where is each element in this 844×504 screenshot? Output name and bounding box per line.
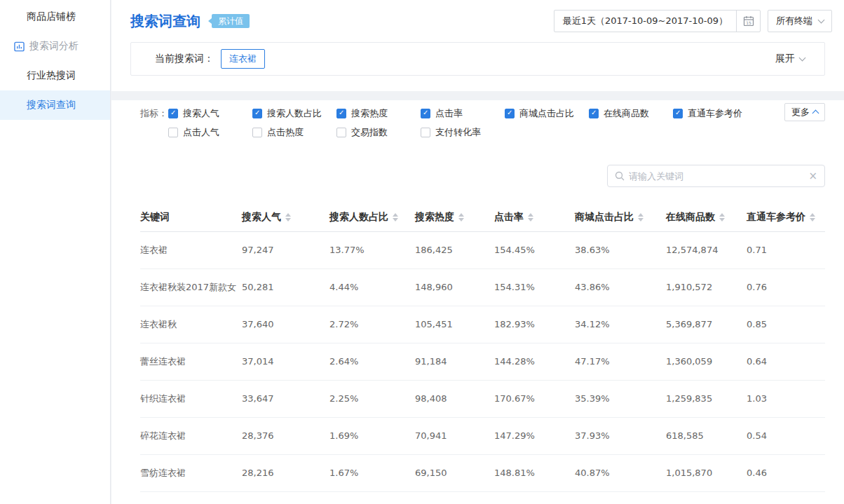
checkbox-unchecked-icon (168, 128, 178, 137)
metric-checkbox-click-heat[interactable]: 点击热度 (252, 126, 336, 139)
sidebar-item-search-word-query[interactable]: 搜索词查询 (0, 90, 110, 120)
date-range-text: 最近1天（2017-10-09~2017-10-09） (554, 11, 736, 32)
current-keyword-chip[interactable]: 连衣裙 (221, 49, 265, 69)
search-row: × (140, 165, 825, 187)
col-header-search-user-ratio[interactable]: 搜索人数占比 (329, 203, 415, 231)
keyword-link[interactable]: 雪纺连衣裙 (140, 454, 242, 491)
sort-icon[interactable] (458, 213, 464, 222)
metric-checkbox-search-heat[interactable]: 搜索热度 (336, 107, 421, 120)
main-content: 指标： 搜索人气 搜索人数占比 搜索热度 点击率 商城点击占比 在线商品数 直通… (111, 100, 844, 504)
sort-icon[interactable] (638, 213, 644, 222)
cell-ztc-reference-price: 0.46 (747, 454, 825, 491)
cell-click-rate: 154.31% (494, 268, 575, 306)
keyword-cell: 连衣裙 (140, 231, 242, 268)
sidebar-item-search-word-analysis[interactable]: 搜索词分析 (0, 32, 110, 61)
metric-checkbox-online-products[interactable]: 在线商品数 (589, 107, 673, 120)
sort-icon[interactable] (810, 213, 815, 222)
metric-checkbox-search-popularity[interactable]: 搜索人气 (168, 107, 252, 120)
cell-search-heat: 91,184 (415, 343, 494, 380)
metric-label: 搜索人数占比 (267, 107, 322, 120)
metric-checkbox-click-rate[interactable]: 点击率 (421, 107, 505, 120)
date-range-picker[interactable]: 最近1天（2017-10-09~2017-10-09） 15 (554, 10, 761, 32)
col-header-click-rate[interactable]: 点击率 (494, 203, 575, 231)
cell-click-rate: 170.67% (494, 380, 575, 417)
sidebar-item-product-shop-ranking[interactable]: 商品店铺榜 (0, 2, 110, 32)
chevron-down-icon (799, 55, 806, 62)
metrics-section: 指标： 搜索人气 搜索人数占比 搜索热度 点击率 商城点击占比 在线商品数 直通… (140, 104, 825, 142)
col-header-keyword: 关键词 (140, 203, 242, 231)
col-header-online-products[interactable]: 在线商品数 (666, 203, 747, 231)
keyword-link[interactable]: 连衣裙秋装2017新款女 (140, 268, 242, 306)
expand-toggle[interactable]: 展开 (775, 53, 805, 65)
checkbox-unchecked-icon (421, 128, 430, 137)
cell-online-products: 5,369,877 (666, 306, 747, 343)
col-header-ztc-reference-price[interactable]: 直通车参考价 (747, 203, 825, 231)
sort-icon[interactable] (528, 213, 533, 222)
metrics-label: 指标： (140, 107, 168, 120)
cell-online-products: 1,259,835 (666, 380, 747, 417)
keyword-link[interactable]: 碎花连衣裙 (140, 417, 242, 454)
cell-mall-click-ratio: 40.87% (575, 454, 666, 491)
metric-label: 点击热度 (267, 126, 304, 139)
terminal-select[interactable]: 所有终端 (768, 10, 832, 32)
metric-checkbox-pay-conversion[interactable]: 支付转化率 (421, 126, 505, 139)
current-search-label: 当前搜索词： (155, 53, 214, 65)
cell-search-popularity: 33,647 (242, 380, 329, 417)
cell-search-user-ratio: 2.72% (329, 306, 415, 343)
cell-search-heat: 105,451 (415, 306, 494, 343)
sidebar-item-label: 行业热搜词 (27, 69, 76, 82)
more-button[interactable]: 更多 (784, 103, 825, 121)
page-title: 搜索词查询 (130, 12, 200, 31)
metric-label: 交易指数 (351, 126, 388, 139)
metric-checkbox-search-user-ratio[interactable]: 搜索人数占比 (252, 107, 336, 120)
sort-icon[interactable] (393, 213, 398, 222)
cell-search-user-ratio: 2.64% (329, 343, 415, 380)
keyword-link[interactable]: 针织连衣裙 (140, 380, 242, 417)
search-input[interactable] (608, 165, 824, 186)
metric-checkbox-mall-click-ratio[interactable]: 商城点击占比 (505, 107, 589, 120)
cell-search-user-ratio: 2.25% (329, 380, 415, 417)
clear-icon[interactable]: × (808, 170, 817, 182)
cell-mall-click-ratio: 47.17% (575, 343, 666, 380)
metric-checkbox-click-popularity[interactable]: 点击人气 (168, 126, 252, 139)
keyword-link[interactable]: 连衣裙秋 (140, 306, 242, 343)
sidebar-item-industry-hot-words[interactable]: 行业热搜词 (0, 61, 110, 90)
cell-search-heat: 148,960 (415, 268, 494, 306)
col-header-search-popularity[interactable]: 搜索人气 (242, 203, 329, 231)
keyword-search-box: × (607, 165, 825, 187)
col-header-mall-click-ratio[interactable]: 商城点击占比 (575, 203, 666, 231)
checkbox-unchecked-icon (252, 128, 262, 137)
col-header-search-heat[interactable]: 搜索热度 (415, 203, 494, 231)
metric-label: 搜索人气 (183, 107, 219, 120)
svg-text:15: 15 (746, 20, 751, 25)
cell-ztc-reference-price: 0.76 (747, 268, 825, 306)
cell-mall-click-ratio: 43.86% (575, 268, 666, 306)
cell-click-rate: 144.28% (494, 343, 575, 380)
sidebar-item-label: 搜索词查询 (27, 99, 76, 111)
metric-checkbox-trade-index[interactable]: 交易指数 (336, 126, 421, 139)
cell-online-products: 1,015,870 (666, 454, 747, 491)
checkbox-checked-icon (673, 109, 683, 118)
checkbox-checked-icon (252, 109, 262, 118)
metric-checkbox-ztc-reference-price[interactable]: 直通车参考价 (673, 107, 757, 120)
metric-label: 在线商品数 (604, 107, 649, 120)
sidebar-item-label: 商品店铺榜 (27, 11, 76, 23)
cell-search-popularity: 37,014 (242, 343, 329, 380)
search-icon (615, 171, 625, 181)
keyword-link[interactable]: 蕾丝连衣裙 (140, 343, 242, 380)
calendar-icon[interactable]: 15 (736, 11, 760, 32)
table-row: 针织连衣裙 33,647 2.25% 98,408 170.67% 35.39%… (140, 380, 825, 417)
cell-online-products: 1,360,059 (666, 343, 747, 380)
sort-icon[interactable] (285, 213, 291, 222)
cell-click-rate: 147.29% (494, 417, 575, 454)
terminal-select-value: 所有终端 (776, 15, 812, 27)
sort-icon[interactable] (719, 213, 725, 222)
cell-online-products: 1,910,572 (666, 268, 747, 306)
cell-search-popularity: 37,640 (242, 306, 329, 343)
col-header-label: 搜索热度 (415, 211, 454, 224)
cell-ztc-reference-price: 0.85 (747, 306, 825, 343)
cell-search-heat: 98,408 (415, 380, 494, 417)
header: 搜索词查询 累计值 最近1天（2017-10-09~2017-10-09） 15… (111, 0, 844, 91)
checkbox-checked-icon (589, 109, 599, 118)
cell-search-popularity: 50,281 (242, 268, 329, 306)
